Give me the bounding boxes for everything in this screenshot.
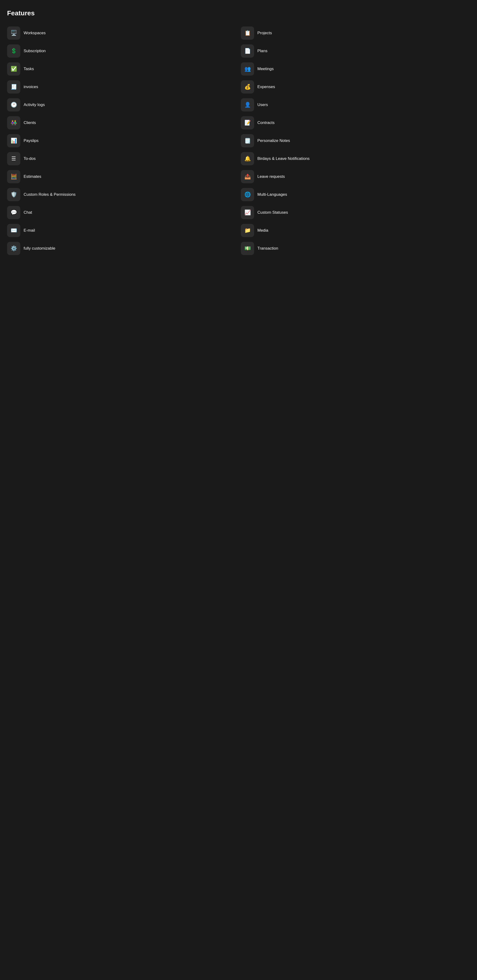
plans-label: Plans: [258, 48, 267, 54]
feature-item-media[interactable]: 📁Media: [241, 224, 470, 237]
feature-item-activity-logs[interactable]: 🕐Activity logs: [7, 98, 236, 111]
feature-item-subscription[interactable]: 💲Subscription: [7, 45, 236, 57]
users-label: Users: [258, 102, 268, 107]
meetings-label: Meetings: [258, 66, 273, 72]
feature-item-payslips[interactable]: 📊Payslips: [7, 134, 236, 147]
personalize-notes-label: Personalize Notes: [258, 138, 290, 143]
custom-statuses-icon: 📈: [241, 206, 254, 219]
projects-icon: 📋: [241, 27, 254, 40]
feature-item-chat[interactable]: 💬Chat: [7, 206, 236, 219]
personalize-notes-icon: 🗒️: [241, 134, 254, 147]
birthdays-leave-icon: 🔔: [241, 152, 254, 165]
feature-item-custom-statuses[interactable]: 📈Custom Statuses: [241, 206, 470, 219]
feature-item-expenses[interactable]: 💰Expenses: [241, 80, 470, 94]
fully-customizable-label: fully customizable: [24, 246, 55, 251]
chat-label: Chat: [24, 210, 32, 215]
expenses-label: Expenses: [258, 84, 275, 89]
feature-item-invoices[interactable]: 🧾invoices: [7, 80, 236, 94]
meetings-icon: 👥: [241, 62, 254, 76]
users-icon: 👤: [241, 98, 254, 111]
clients-icon: 👫: [7, 116, 20, 129]
feature-item-workspaces[interactable]: 🖥️Workspaces: [7, 27, 236, 40]
feature-item-meetings[interactable]: 👥Meetings: [241, 62, 470, 76]
feature-item-tasks[interactable]: ✅Tasks: [7, 62, 236, 76]
todos-icon: ☰: [7, 152, 20, 165]
payslips-label: Payslips: [24, 138, 38, 143]
multi-languages-icon: 🌐: [241, 188, 254, 201]
contracts-label: Contracts: [258, 120, 275, 126]
feature-item-clients[interactable]: 👫Clients: [7, 116, 236, 129]
transaction-icon: 💵: [241, 242, 254, 255]
todos-label: To-dos: [24, 156, 36, 161]
page-title: Features: [7, 10, 470, 17]
feature-item-users[interactable]: 👤Users: [241, 98, 470, 111]
subscription-label: Subscription: [24, 48, 46, 54]
clients-label: Clients: [24, 120, 36, 126]
invoices-icon: 🧾: [7, 80, 20, 94]
workspaces-label: Workspaces: [24, 30, 46, 36]
feature-item-plans[interactable]: 📄Plans: [241, 45, 470, 57]
tasks-label: Tasks: [24, 66, 34, 72]
subscription-icon: 💲: [7, 45, 20, 57]
feature-item-fully-customizable[interactable]: ⚙️fully customizable: [7, 242, 236, 255]
feature-item-email[interactable]: ✉️E-mail: [7, 224, 236, 237]
custom-roles-icon: 🛡️: [7, 188, 20, 201]
projects-label: Projects: [258, 30, 272, 36]
custom-roles-label: Custom Roles & Permissions: [24, 192, 76, 197]
birthdays-leave-label: Birdays & Leave Notifications: [258, 156, 310, 161]
leave-requests-label: Leave requests: [258, 174, 285, 179]
feature-item-estimates[interactable]: 🧮Estimates: [7, 170, 236, 183]
features-grid: 🖥️Workspaces📋Projects💲Subscription📄Plans…: [7, 27, 470, 255]
feature-item-custom-roles[interactable]: 🛡️Custom Roles & Permissions: [7, 188, 236, 201]
feature-item-leave-requests[interactable]: 📤Leave requests: [241, 170, 470, 183]
feature-item-transaction[interactable]: 💵Transaction: [241, 242, 470, 255]
invoices-label: invoices: [24, 84, 38, 89]
contracts-icon: 📝: [241, 116, 254, 129]
leave-requests-icon: 📤: [241, 170, 254, 183]
feature-item-personalize-notes[interactable]: 🗒️Personalize Notes: [241, 134, 470, 147]
custom-statuses-label: Custom Statuses: [258, 210, 288, 215]
workspaces-icon: 🖥️: [7, 27, 20, 40]
transaction-label: Transaction: [258, 246, 278, 251]
activity-logs-label: Activity logs: [24, 102, 45, 107]
activity-logs-icon: 🕐: [7, 98, 20, 111]
email-label: E-mail: [24, 228, 35, 233]
payslips-icon: 📊: [7, 134, 20, 147]
tasks-icon: ✅: [7, 62, 20, 76]
fully-customizable-icon: ⚙️: [7, 242, 20, 255]
expenses-icon: 💰: [241, 80, 254, 94]
plans-icon: 📄: [241, 45, 254, 57]
estimates-label: Estimates: [24, 174, 41, 179]
chat-icon: 💬: [7, 206, 20, 219]
feature-item-projects[interactable]: 📋Projects: [241, 27, 470, 40]
estimates-icon: 🧮: [7, 170, 20, 183]
feature-item-multi-languages[interactable]: 🌐Multi-Languages: [241, 188, 470, 201]
email-icon: ✉️: [7, 224, 20, 237]
multi-languages-label: Multi-Languages: [258, 192, 287, 197]
feature-item-todos[interactable]: ☰To-dos: [7, 152, 236, 165]
feature-item-birthdays-leave[interactable]: 🔔Birdays & Leave Notifications: [241, 152, 470, 165]
media-label: Media: [258, 228, 268, 233]
feature-item-contracts[interactable]: 📝Contracts: [241, 116, 470, 129]
media-icon: 📁: [241, 224, 254, 237]
